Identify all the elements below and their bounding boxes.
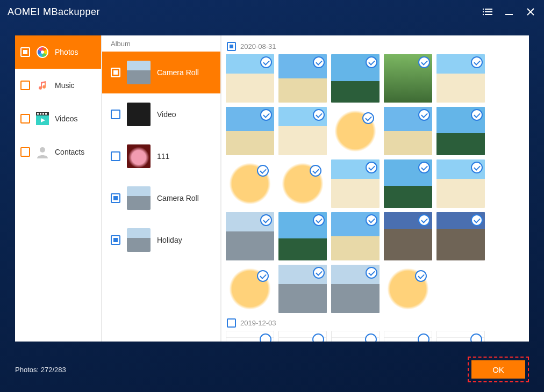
category-videos[interactable]: Videos bbox=[15, 102, 101, 135]
photo-thumb[interactable] bbox=[384, 212, 432, 260]
photo-thumb[interactable] bbox=[278, 107, 327, 155]
photo-thumb[interactable] bbox=[278, 212, 327, 260]
category-photos[interactable]: Photos bbox=[15, 35, 101, 69]
check-icon[interactable] bbox=[418, 333, 430, 342]
checkbox[interactable] bbox=[111, 110, 120, 119]
photo-thumb[interactable] bbox=[331, 265, 380, 313]
photo-thumb[interactable] bbox=[384, 107, 432, 155]
album-camera-roll-1[interactable]: Camera Roll bbox=[102, 52, 220, 93]
photo-thumb[interactable] bbox=[226, 212, 274, 260]
check-icon[interactable] bbox=[471, 56, 483, 68]
checkbox[interactable] bbox=[227, 42, 236, 51]
album-label: Camera Roll bbox=[157, 68, 199, 77]
checkbox[interactable] bbox=[111, 151, 120, 161]
check-icon[interactable] bbox=[418, 109, 430, 121]
album-thumb bbox=[127, 61, 151, 84]
svg-point-3 bbox=[483, 9, 484, 10]
check-icon[interactable] bbox=[471, 214, 483, 226]
list-icon[interactable] bbox=[482, 6, 493, 18]
check-icon[interactable] bbox=[257, 165, 269, 177]
checkbox[interactable] bbox=[227, 318, 236, 328]
check-icon[interactable] bbox=[362, 112, 374, 124]
album-111[interactable]: 111 bbox=[102, 135, 220, 177]
checkbox[interactable] bbox=[20, 81, 30, 90]
photo-thumb[interactable] bbox=[278, 265, 327, 313]
checkbox[interactable] bbox=[111, 235, 120, 245]
album-list: Album Camera RollVideo111Camera RollHoli… bbox=[101, 35, 221, 342]
photo-thumb[interactable] bbox=[278, 159, 327, 208]
album-label: Video bbox=[157, 110, 176, 119]
check-icon[interactable] bbox=[310, 165, 321, 177]
check-icon[interactable] bbox=[366, 214, 377, 226]
checkbox[interactable] bbox=[111, 193, 120, 203]
minimize-icon[interactable] bbox=[503, 6, 515, 18]
photo-thumb[interactable] bbox=[278, 331, 327, 342]
album-label: Holiday bbox=[157, 236, 182, 244]
check-icon[interactable] bbox=[313, 56, 325, 68]
check-icon[interactable] bbox=[418, 56, 430, 68]
check-icon[interactable] bbox=[366, 56, 377, 68]
photo-thumb[interactable] bbox=[331, 159, 380, 208]
photo-thumb[interactable] bbox=[226, 107, 274, 155]
photo-thumb[interactable] bbox=[331, 107, 380, 155]
check-icon[interactable] bbox=[260, 56, 272, 68]
check-icon[interactable] bbox=[471, 162, 483, 173]
check-icon[interactable] bbox=[415, 270, 427, 282]
photo-thumb[interactable] bbox=[436, 212, 485, 260]
check-icon[interactable] bbox=[312, 333, 324, 342]
category-music[interactable]: Music bbox=[15, 69, 101, 102]
check-icon[interactable] bbox=[366, 267, 377, 279]
check-icon[interactable] bbox=[470, 333, 482, 342]
photo-thumb[interactable] bbox=[384, 265, 432, 313]
photo-thumb[interactable] bbox=[278, 54, 327, 103]
svg-point-10 bbox=[41, 50, 44, 54]
titlebar: AOMEI MBackupper bbox=[0, 0, 544, 24]
check-icon[interactable] bbox=[313, 109, 325, 121]
checkbox[interactable] bbox=[20, 47, 30, 57]
check-icon[interactable] bbox=[260, 333, 271, 342]
category-contacts[interactable]: Contacts bbox=[15, 135, 101, 169]
album-holiday[interactable]: Holiday bbox=[102, 219, 220, 261]
checkbox[interactable] bbox=[20, 114, 30, 124]
check-icon[interactable] bbox=[471, 109, 483, 121]
group-date: 2019-12-03 bbox=[240, 319, 276, 327]
check-icon[interactable] bbox=[418, 214, 430, 226]
photo-thumb[interactable] bbox=[226, 265, 274, 313]
photo-thumb[interactable] bbox=[226, 54, 274, 103]
check-icon[interactable] bbox=[313, 267, 325, 279]
contacts-icon bbox=[35, 145, 49, 159]
svg-point-20 bbox=[40, 147, 45, 153]
photo-thumb[interactable] bbox=[436, 107, 485, 155]
category-label: Music bbox=[55, 81, 75, 90]
check-icon[interactable] bbox=[313, 214, 325, 226]
checkbox[interactable] bbox=[20, 147, 30, 157]
photo-grid[interactable]: 2020-08-312019-12-032019-11-15 bbox=[221, 35, 529, 342]
check-icon[interactable] bbox=[257, 270, 269, 282]
photo-thumb[interactable] bbox=[436, 159, 485, 208]
checkbox[interactable] bbox=[111, 68, 120, 77]
photo-thumb[interactable] bbox=[384, 159, 432, 208]
category-label: Contacts bbox=[55, 148, 84, 156]
photo-thumb[interactable] bbox=[226, 159, 274, 208]
photo-thumb[interactable] bbox=[331, 54, 380, 103]
check-icon[interactable] bbox=[366, 162, 377, 173]
check-icon[interactable] bbox=[418, 162, 430, 173]
album-camera-roll-2[interactable]: Camera Roll bbox=[102, 177, 220, 219]
videos-icon bbox=[35, 112, 49, 126]
ok-button[interactable]: OK bbox=[471, 360, 525, 379]
photo-thumb[interactable] bbox=[436, 54, 485, 103]
close-icon[interactable] bbox=[525, 6, 536, 18]
group-header[interactable]: 2019-12-03 bbox=[227, 318, 526, 328]
svg-rect-16 bbox=[42, 113, 44, 115]
photo-thumb[interactable] bbox=[331, 212, 380, 260]
album-video[interactable]: Video bbox=[102, 93, 220, 135]
check-icon[interactable] bbox=[260, 109, 272, 121]
group-header[interactable]: 2020-08-31 bbox=[227, 42, 526, 51]
photo-thumb[interactable] bbox=[226, 331, 274, 342]
check-icon[interactable] bbox=[365, 333, 377, 342]
photo-thumb[interactable] bbox=[384, 54, 432, 103]
photo-thumb[interactable] bbox=[436, 331, 485, 342]
photo-thumb[interactable] bbox=[384, 331, 432, 342]
photo-thumb[interactable] bbox=[331, 331, 380, 342]
check-icon[interactable] bbox=[260, 214, 272, 226]
